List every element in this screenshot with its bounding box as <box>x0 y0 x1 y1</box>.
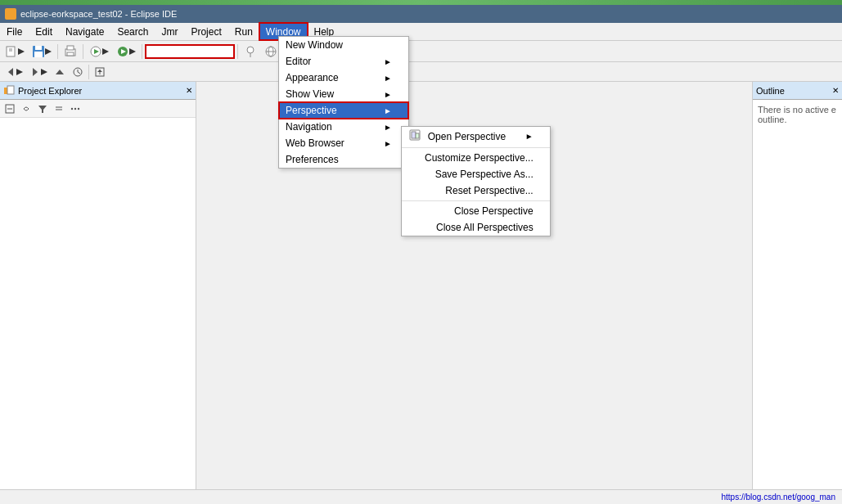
perspective-item-close[interactable]: Close Perspective <box>402 203 550 219</box>
menu-item-preferences[interactable]: Preferences <box>279 151 408 168</box>
svg-point-43 <box>78 107 79 109</box>
svg-rect-5 <box>35 46 42 50</box>
link-editor-btn[interactable] <box>18 100 34 118</box>
project-explorer-panel: Project Explorer ✕ <box>0 82 196 504</box>
project-explorer-content <box>0 118 196 504</box>
perspective-item-open[interactable]: Open Perspective ► <box>402 127 550 146</box>
svg-rect-6 <box>34 52 43 57</box>
menu-item-navigation[interactable]: Navigation ► <box>279 119 408 135</box>
submenu-arrow-perspective: ► <box>384 106 392 115</box>
menu-edit[interactable]: Edit <box>29 23 59 40</box>
toolbar-print[interactable] <box>61 43 80 61</box>
svg-marker-7 <box>45 48 52 55</box>
toolbar-back[interactable] <box>2 63 26 81</box>
submenu-arrow-open-perspective: ► <box>525 132 534 141</box>
outline-panel: Outline ✕ There is no active e outline. <box>752 82 842 504</box>
svg-rect-45 <box>412 132 416 138</box>
toolbar-export[interactable] <box>91 63 109 81</box>
submenu-arrow-show-view: ► <box>384 90 392 99</box>
more-options-btn[interactable] <box>67 100 83 118</box>
outline-header: Outline ✕ <box>753 82 842 100</box>
search-input[interactable] <box>145 44 235 59</box>
toolbar-new[interactable] <box>2 43 28 61</box>
menu-item-new-window[interactable]: New Window <box>279 37 408 53</box>
perspective-item-save[interactable]: Save Perspective As... <box>402 166 550 182</box>
toolbar-forward[interactable] <box>26 63 51 81</box>
menu-item-editor[interactable]: Editor ► <box>279 53 408 70</box>
menu-search[interactable]: Search <box>110 23 155 40</box>
menu-run[interactable]: Run <box>228 23 259 40</box>
perspective-sep-2 <box>402 200 550 201</box>
app-icon <box>5 8 16 20</box>
toolbar-history[interactable] <box>69 63 87 81</box>
open-perspective-icon <box>408 129 421 143</box>
toolbar-sep-2 <box>83 44 83 59</box>
menu-item-show-view[interactable]: Show View ► <box>279 86 408 102</box>
svg-rect-35 <box>7 86 14 94</box>
window-menu-dropdown: New Window Editor ► Appearance ► Show Vi… <box>278 36 409 169</box>
outline-empty-text: There is no active e outline. <box>758 105 836 124</box>
perspective-sep-1 <box>402 147 550 148</box>
svg-marker-13 <box>102 48 109 55</box>
svg-marker-26 <box>16 69 23 75</box>
svg-marker-16 <box>129 48 136 55</box>
toolbar-secondary <box>0 62 842 82</box>
toolbar-debug[interactable] <box>241 43 260 61</box>
svg-marker-29 <box>56 70 64 74</box>
perspective-item-customize[interactable]: Customize Perspective... <box>402 150 550 166</box>
title-bar: eclipse-eorkspace_test02 - Eclipse IDE <box>0 5 842 23</box>
menu-navigate[interactable]: Navigate <box>59 23 110 40</box>
project-explorer-title: Project Explorer <box>18 86 182 96</box>
svg-marker-27 <box>33 68 38 76</box>
menu-bar: File Edit Navigate Search Jmr Project Ru… <box>0 23 842 41</box>
status-url: https://blog.csdn.net/goog_man <box>721 493 835 502</box>
perspective-item-reset[interactable]: Reset Perspective... <box>402 182 550 199</box>
perspective-submenu: Open Perspective ► Customize Perspective… <box>401 126 551 236</box>
status-bar: https://blog.csdn.net/goog_man <box>0 489 842 504</box>
svg-point-41 <box>71 107 73 109</box>
menu-project[interactable]: Project <box>184 23 227 40</box>
svg-rect-0 <box>7 47 15 56</box>
view-menu-btn[interactable] <box>51 100 67 118</box>
svg-marker-3 <box>18 48 25 55</box>
outline-close[interactable]: ✕ <box>832 86 839 95</box>
toolbar-sep-3 <box>142 44 142 59</box>
svg-marker-25 <box>8 68 13 76</box>
submenu-arrow-navigation: ► <box>384 123 392 132</box>
menu-item-perspective[interactable]: Perspective ► <box>279 102 408 119</box>
toolbar-sep-4 <box>237 44 238 59</box>
svg-rect-10 <box>67 52 74 56</box>
toolbar-main <box>0 41 842 62</box>
menu-item-web-browser[interactable]: Web Browser ► <box>279 135 408 151</box>
menu-file[interactable]: File <box>0 23 29 40</box>
project-explorer-header: Project Explorer ✕ <box>0 82 196 100</box>
svg-point-17 <box>247 47 254 53</box>
title-text: eclipse-eorkspace_test02 - Eclipse IDE <box>20 9 177 19</box>
toolbar2-sep <box>88 65 89 79</box>
submenu-arrow-appearance: ► <box>384 74 392 83</box>
toolbar-run[interactable] <box>113 43 139 61</box>
svg-rect-46 <box>416 133 419 138</box>
collapse-all-btn[interactable] <box>2 100 18 118</box>
outline-title: Outline <box>756 86 832 96</box>
svg-marker-28 <box>41 69 47 75</box>
project-explorer-toolbar <box>0 100 196 118</box>
svg-marker-38 <box>38 106 47 113</box>
toolbar-save[interactable] <box>29 43 55 61</box>
svg-point-42 <box>74 107 76 109</box>
toolbar-up[interactable] <box>51 63 69 81</box>
outline-content: There is no active e outline. <box>753 100 842 129</box>
menu-jmr[interactable]: Jmr <box>155 23 184 40</box>
filter-btn[interactable] <box>34 100 51 118</box>
submenu-arrow-web-browser: ► <box>384 139 392 148</box>
toolbar-sep-1 <box>57 44 58 59</box>
perspective-item-close-all[interactable]: Close All Perspectives <box>402 219 550 236</box>
svg-rect-9 <box>67 46 74 50</box>
project-explorer-close[interactable]: ✕ <box>186 86 192 95</box>
submenu-arrow-editor: ► <box>384 57 392 66</box>
toolbar-build[interactable] <box>86 43 112 61</box>
menu-item-appearance[interactable]: Appearance ► <box>279 70 408 86</box>
